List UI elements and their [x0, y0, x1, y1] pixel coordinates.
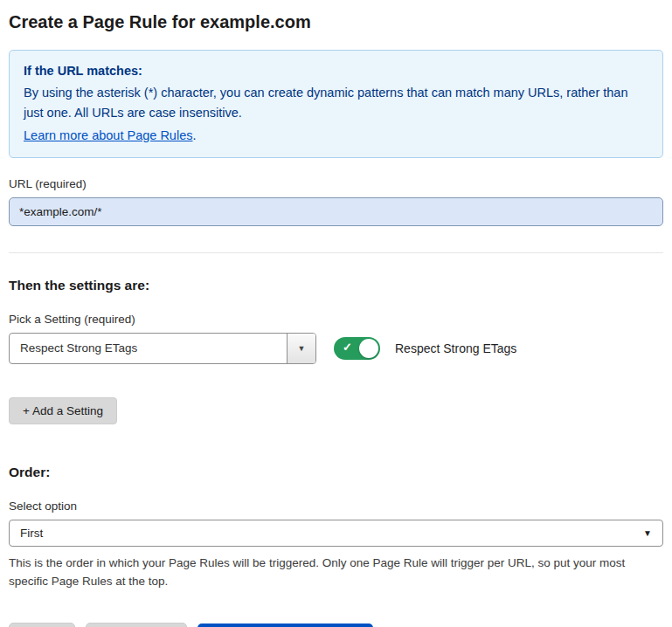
setting-select[interactable]: Respect Strong ETags ▼ — [9, 333, 316, 364]
order-select-label: Select option — [9, 500, 663, 513]
dropdown-arrow-icon: ▼ — [298, 344, 306, 353]
toggle-check-icon: ✓ — [343, 341, 352, 355]
settings-section-heading: Then the settings are: — [9, 278, 663, 293]
chevron-down-icon: ▼ — [643, 528, 652, 538]
save-deploy-button[interactable]: Save and Deploy Page Rule — [197, 624, 374, 627]
order-select-value: First — [20, 527, 43, 540]
page-title: Create a Page Rule for example.com — [9, 12, 663, 32]
etags-toggle-group: ✓ Respect Strong ETags — [334, 337, 516, 360]
save-draft-button[interactable]: Save as Draft — [86, 623, 187, 627]
url-field-label: URL (required) — [9, 177, 663, 190]
url-input[interactable] — [9, 197, 663, 226]
order-select[interactable]: First ▼ — [9, 520, 663, 547]
learn-more-link[interactable]: Learn more about Page Rules — [24, 128, 192, 142]
order-section-heading: Order: — [9, 465, 663, 480]
section-divider — [9, 252, 663, 253]
setting-row: Respect Strong ETags ▼ ✓ Respect Strong … — [9, 333, 663, 364]
pick-setting-label: Pick a Setting (required) — [9, 313, 663, 326]
info-box-link-line: Learn more about Page Rules. — [24, 126, 648, 146]
info-box-heading: If the URL matches: — [24, 61, 648, 81]
footer-actions: Cancel Save as Draft Save and Deploy Pag… — [9, 623, 663, 627]
url-match-info-box: If the URL matches: By using the asteris… — [9, 50, 663, 158]
etags-toggle-label: Respect Strong ETags — [395, 341, 516, 355]
setting-select-dropdown-button[interactable]: ▼ — [287, 334, 315, 363]
link-period: . — [192, 128, 196, 142]
order-help-text: This is the order in which your Page Rul… — [9, 555, 660, 591]
add-setting-button[interactable]: + Add a Setting — [9, 397, 117, 424]
etags-toggle[interactable]: ✓ — [334, 337, 380, 360]
toggle-knob — [359, 339, 378, 358]
cancel-button[interactable]: Cancel — [9, 623, 75, 627]
setting-select-value: Respect Strong ETags — [10, 334, 287, 363]
info-box-body: By using the asterisk (*) character, you… — [24, 83, 648, 123]
